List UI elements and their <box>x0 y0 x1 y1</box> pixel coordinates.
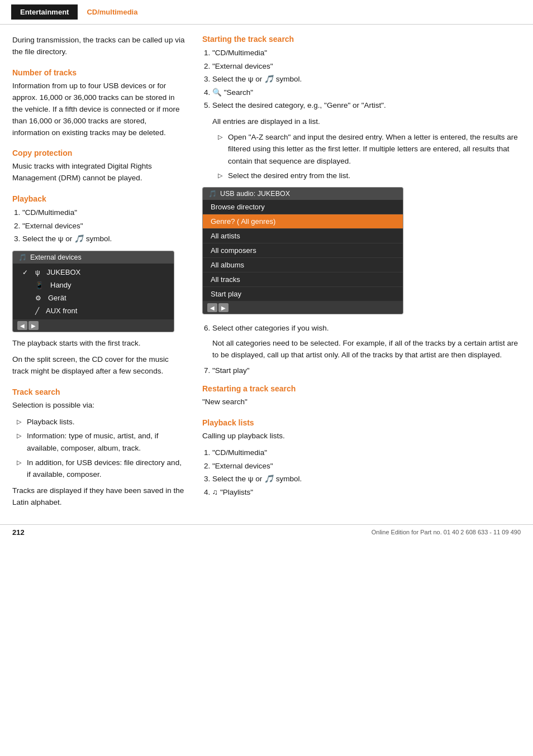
online-edition: Online Edition for Part no. 01 40 2 608 … <box>372 529 521 535</box>
heading-playback: Playback <box>12 194 185 203</box>
nav-arrows: ◀ ▶ <box>17 321 39 330</box>
screenshot-row-all-composers: All composers <box>203 243 403 258</box>
intro-text: During transmission, the tracks can be c… <box>12 35 185 58</box>
checkmark-icon: ✓ <box>20 269 31 276</box>
page-header: Entertainment CD/multimedia <box>0 0 533 25</box>
track-search-bullet-2: Information: type of music, artist, and,… <box>17 430 185 454</box>
screenshot-row-genre: Genre? ( All genres) <box>203 214 403 229</box>
playback-lists-steps: "CD/Multimedia" "External devices" Selec… <box>212 447 521 498</box>
page-footer: 212 Online Edition for Part no. 01 40 2 … <box>0 524 533 540</box>
playback-lists-step-4: ♫ "Playlists" <box>212 486 521 499</box>
starting-steps: "CD/Multimedia" "External devices" Selec… <box>212 47 521 112</box>
nav-arrow-right-right[interactable]: ▶ <box>218 303 229 312</box>
number-of-tracks-body: Information from up to four USB devices … <box>12 80 185 139</box>
playback-step-3: Select the ψ or 🎵 symbol. <box>22 233 185 245</box>
track-search-bullets: Playback lists. Information: type of mus… <box>17 416 185 481</box>
starting-step-3: Select the ψ or 🎵 symbol. <box>212 73 521 85</box>
playback-lists-intro: Calling up playback lists. <box>202 430 521 442</box>
starting-step-2: "External devices" <box>212 60 521 73</box>
heading-copy-protection: Copy protection <box>12 149 185 157</box>
heading-starting-track-search: Starting the track search <box>202 35 521 44</box>
left-column: During transmission, the tracks can be c… <box>12 35 185 513</box>
tab-cd-multimedia[interactable]: CD/multimedia <box>78 4 146 20</box>
track-search-bullet-3: In addition, for USB devices: file direc… <box>17 457 185 481</box>
playback-steps: "CD/Multimedia" "External devices" Selec… <box>22 207 185 245</box>
screenshot-row-all-tracks: All tracks <box>203 272 403 287</box>
screenshot-right-bottom-bar: ◀ ▶ <box>203 302 403 314</box>
all-albums-label: All albums <box>211 261 244 269</box>
phone-icon: 📱 <box>35 281 44 289</box>
starting-bullet-1: Open "A-Z search" and input the desired … <box>218 131 521 168</box>
heading-restarting: Restarting a track search <box>202 384 521 393</box>
playback-step-1: "CD/Multimedia" <box>22 207 185 219</box>
gerat-label: Gerät <box>48 294 66 302</box>
heading-number-of-tracks: Number of tracks <box>12 68 185 77</box>
screenshot-right-body: Browse directory Genre? ( All genres) Al… <box>203 200 403 302</box>
nav-arrow-left-right[interactable]: ◀ <box>207 303 217 312</box>
screenshot-titlebar: 🎵 External devices <box>13 251 174 264</box>
playback-lists-step-2: "External devices" <box>212 460 521 472</box>
tab-entertainment[interactable]: Entertainment <box>11 4 78 20</box>
start-play-label: Start play <box>211 290 241 298</box>
screenshot-row-aux: ╱ AUX front <box>13 304 174 317</box>
screenshot-external-devices: 🎵 External devices ✓ ψ JUKEBOX 📱 Handy ⚙ <box>12 251 174 332</box>
starting-step-6: Select other categories if you wish. Not… <box>212 322 521 361</box>
nav-arrow-right[interactable]: ▶ <box>28 321 39 330</box>
screenshot-row-browse: Browse directory <box>203 200 403 214</box>
screenshot-row-handy: 📱 Handy <box>13 279 174 291</box>
all-artists-label: All artists <box>211 232 240 240</box>
screenshot-right-title-icon: 🎵 <box>208 190 217 198</box>
genre-label: Genre? ( All genres) <box>211 217 275 226</box>
browse-directory-label: Browse directory <box>211 203 265 211</box>
screenshot-usb-jukebox: 🎵 USB audio: JUKEBOX Browse directory Ge… <box>202 187 403 314</box>
screenshot-row-jukebox: ✓ ψ JUKEBOX <box>13 266 174 279</box>
starting-bullet-2: Select the desired entry from the list. <box>218 170 521 182</box>
page-number: 212 <box>12 528 25 537</box>
starting-steps-continued: Select other categories if you wish. Not… <box>212 322 521 376</box>
screenshot-right-title-text: USB audio: JUKEBOX <box>220 190 290 198</box>
step6-detail: Not all categories need to be selected. … <box>212 338 521 361</box>
screenshot-right-titlebar: 🎵 USB audio: JUKEBOX <box>203 188 403 200</box>
starting-bullets: Open "A-Z search" and input the desired … <box>218 131 521 181</box>
gerat-icon: ⚙ <box>35 294 41 302</box>
screenshot-row-all-albums: All albums <box>203 258 403 272</box>
main-content: During transmission, the tracks can be c… <box>0 25 533 519</box>
after-step5-text: All entries are displayed in a list. <box>212 116 521 128</box>
aux-icon: ╱ <box>35 307 39 315</box>
screenshot-title-icon: 🎵 <box>18 253 27 261</box>
right-column: Starting the track search "CD/Multimedia… <box>202 35 521 513</box>
nav-arrows-right: ◀ ▶ <box>207 303 229 312</box>
starting-step-1: "CD/Multimedia" <box>212 47 521 59</box>
nav-arrow-left[interactable]: ◀ <box>17 321 27 330</box>
track-search-intro: Selection is possible via: <box>12 400 185 412</box>
restarting-body: "New search" <box>202 396 521 408</box>
track-search-after-text: Tracks are displayed if they have been s… <box>12 485 185 509</box>
playback-step-2: "External devices" <box>22 220 185 232</box>
heading-track-search: Track search <box>12 387 185 396</box>
copy-protection-body: Music tracks with integrated Digital Rig… <box>12 161 185 184</box>
screenshot-row-start-play: Start play <box>203 287 403 302</box>
usb-icon: ψ <box>35 269 40 276</box>
starting-step-5: Select the desired category, e.g., "Genr… <box>212 99 521 112</box>
screenshot-title-text: External devices <box>30 253 82 261</box>
jukebox-label: JUKEBOX <box>47 268 81 276</box>
heading-playback-lists: Playback lists <box>202 418 521 427</box>
starting-step-7: "Start play" <box>212 365 521 377</box>
screenshot-row-gerat: ⚙ Gerät <box>13 291 174 304</box>
screenshot-bottom-bar: ◀ ▶ <box>13 319 174 332</box>
aux-label: AUX front <box>46 307 77 315</box>
playback-lists-step-3: Select the ψ or 🎵 symbol. <box>212 473 521 485</box>
playback-lists-step-1: "CD/Multimedia" <box>212 447 521 459</box>
all-tracks-label: All tracks <box>211 275 240 284</box>
screenshot-row-all-artists: All artists <box>203 229 403 243</box>
playback-after-text-2: On the split screen, the CD cover for th… <box>12 354 185 377</box>
track-search-bullet-1: Playback lists. <box>17 416 185 428</box>
handy-label: Handy <box>50 281 72 289</box>
all-composers-label: All composers <box>211 246 256 255</box>
starting-step-4: 🔍 "Search" <box>212 87 521 99</box>
playback-after-text-1: The playback starts with the first track… <box>12 338 185 350</box>
screenshot-body: ✓ ψ JUKEBOX 📱 Handy ⚙ Gerät ╱ AU <box>13 264 174 319</box>
